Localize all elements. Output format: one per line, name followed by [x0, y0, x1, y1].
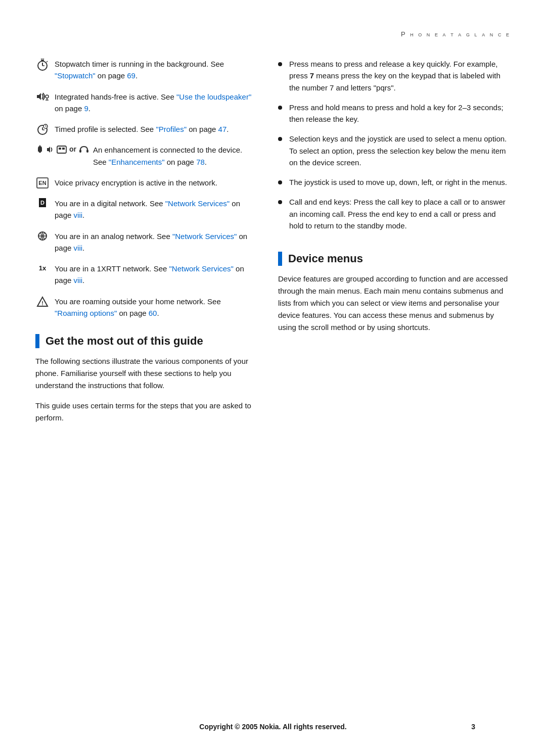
analog-network-icon: [35, 231, 50, 241]
bullet-content-press: Press means to press and release a key q…: [289, 58, 511, 93]
roaming-item: ! You are roaming outside your home netw…: [35, 296, 253, 319]
svg-rect-16: [39, 152, 41, 153]
network-services-link-1[interactable]: "Network Services": [165, 199, 230, 208]
bullet-content-joystick: The joystick is used to move up, down, l…: [289, 176, 511, 188]
stopwatch-page-link[interactable]: 69: [127, 71, 135, 80]
content-wrapper: Stopwatch timer is running in the backgr…: [35, 58, 511, 432]
handsfree-item: Integrated hands-free is active. See "Us…: [35, 91, 253, 115]
stopwatch-link[interactable]: "Stopwatch": [55, 71, 96, 80]
handsfree-page-link[interactable]: 9: [84, 104, 88, 113]
svg-text:!: !: [41, 300, 43, 306]
bullet-content-call-end: Call and end keys: Press the call key to…: [289, 196, 511, 231]
header-text: P h o n e a t a g l a n c e: [401, 30, 511, 38]
xrtt-symbol: 1x: [39, 263, 46, 273]
footer-copyright: Copyright © 2005 Nokia. All rights reser…: [199, 723, 346, 731]
list-item: Press means to press and release a key q…: [278, 58, 511, 93]
timed-profile-text: Timed profile is selected. See "Profiles…: [55, 123, 229, 135]
bullet-content-press-hold: Press and hold means to press and hold a…: [289, 102, 511, 125]
network-services-link-3[interactable]: "Network Services": [169, 264, 234, 273]
svg-rect-22: [79, 150, 81, 153]
list-item: Press and hold means to press and hold a…: [278, 102, 511, 125]
guide-paragraph-2: This guide uses certain terms for the st…: [35, 400, 253, 424]
handsfree-icon: [35, 91, 50, 102]
xrtt-network-icon: 1x: [35, 263, 50, 273]
network-page-link-2[interactable]: viii: [74, 244, 83, 252]
profiles-link[interactable]: "Profiles": [156, 125, 187, 133]
network-page-link-1[interactable]: viii: [74, 211, 83, 219]
profiles-page-link[interactable]: 47: [218, 125, 227, 133]
digital-d-symbol: D: [39, 198, 46, 207]
handsfree-link[interactable]: "Use the loudspeaker": [176, 92, 251, 101]
digital-network-text: You are in a digital network. See "Netwo…: [55, 198, 253, 221]
bullet-content-selection: Selection keys and the joystick are used…: [289, 133, 511, 168]
roaming-options-link[interactable]: "Roaming options": [55, 309, 117, 317]
svg-rect-19: [57, 146, 66, 153]
voice-privacy-text: Voice privacy encryption is active in th…: [55, 177, 217, 188]
left-column: Stopwatch timer is running in the backgr…: [35, 58, 253, 432]
analog-network-item: You are in an analog network. See "Netwo…: [35, 230, 253, 254]
list-item: Selection keys and the joystick are used…: [278, 133, 511, 168]
device-menus-paragraph: Device features are grouped according to…: [278, 273, 511, 334]
roaming-icon: !: [35, 296, 50, 307]
device-menus-heading: Device menus: [278, 252, 511, 266]
roaming-page-link[interactable]: 60: [149, 309, 157, 317]
guide-section-title: Get the most out of this guide: [46, 335, 203, 348]
svg-line-5: [47, 61, 48, 62]
bullet-dot: [278, 106, 282, 110]
enhancements-link[interactable]: "Enhancements": [109, 158, 165, 166]
svg-point-7: [46, 95, 49, 98]
page: P h o n e a t a g l a n c e: [0, 0, 546, 756]
network-services-link-2[interactable]: "Network Services": [172, 232, 237, 241]
xrtt-network-item: 1x You are in a 1XRTT network. See "Netw…: [35, 263, 253, 287]
xrtt-network-text: You are in a 1XRTT network. See "Network…: [55, 263, 253, 287]
roaming-text: You are roaming outside your home networ…: [55, 296, 253, 319]
stopwatch-item: Stopwatch timer is running in the backgr…: [35, 58, 253, 82]
page-footer: Copyright © 2005 Nokia. All rights reser…: [35, 723, 511, 731]
enhancements-page-link[interactable]: 78: [196, 158, 205, 166]
digital-network-icon: D: [35, 198, 50, 207]
timed-profile-icon: [35, 124, 50, 135]
bullet-dot: [278, 200, 282, 204]
or-text: or: [69, 144, 76, 155]
svg-text:EN: EN: [38, 180, 46, 186]
bullet-dot: [278, 180, 282, 184]
enhancement-icons: or: [35, 144, 89, 155]
guide-section-heading: Get the most out of this guide: [35, 334, 253, 348]
stopwatch-icon: [35, 59, 50, 71]
network-page-link-3[interactable]: viii: [74, 276, 83, 285]
device-menus-title: Device menus: [288, 252, 363, 265]
timed-profile-item: Timed profile is selected. See "Profiles…: [35, 123, 253, 135]
device-menus-bar: [278, 252, 282, 266]
right-column: Press means to press and release a key q…: [278, 58, 511, 432]
handsfree-text: Integrated hands-free is active. See "Us…: [55, 91, 253, 115]
bullet-dot: [278, 62, 282, 66]
footer-page-number: 3: [471, 723, 475, 731]
svg-marker-6: [37, 93, 41, 100]
list-item: Call and end keys: Press the call key to…: [278, 196, 511, 231]
analog-network-text: You are in an analog network. See "Netwo…: [55, 230, 253, 254]
svg-rect-21: [62, 148, 65, 150]
svg-rect-23: [86, 150, 88, 153]
svg-rect-20: [59, 148, 61, 150]
guide-paragraph-1: The following sections illustrate the va…: [35, 355, 253, 392]
enhancement-text: An enhancement is connected to the devic…: [93, 144, 253, 168]
voice-privacy-item: EN Voice privacy encryption is active in…: [35, 177, 253, 188]
bullet-list: Press means to press and release a key q…: [278, 58, 511, 231]
enhancement-item: or An enhancement is connected to the de…: [35, 144, 253, 168]
digital-network-item: D You are in a digital network. See "Net…: [35, 198, 253, 221]
bullet-dot: [278, 137, 282, 141]
stopwatch-text: Stopwatch timer is running in the backgr…: [55, 58, 253, 82]
voice-privacy-icon: EN: [35, 177, 50, 188]
guide-section-bar: [35, 334, 39, 348]
list-item: The joystick is used to move up, down, l…: [278, 176, 511, 188]
svg-marker-18: [47, 147, 50, 153]
page-header: P h o n e a t a g l a n c e: [35, 30, 511, 38]
